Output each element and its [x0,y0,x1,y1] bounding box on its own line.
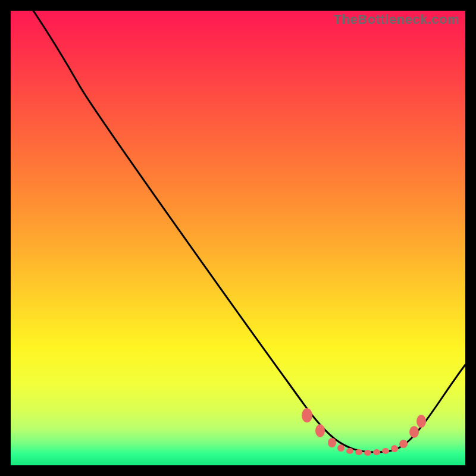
marker-point [373,449,380,455]
watermark-text: TheBottleneck.com [334,12,459,27]
marker-point [328,438,336,447]
bottleneck-curve [33,11,465,452]
plot-area: TheBottleneck.com [11,11,465,465]
marker-point [409,426,419,438]
marker-point [346,448,353,454]
marker-point [337,444,345,452]
curve-layer [11,11,465,465]
marker-point [302,408,312,422]
marker-point [355,449,362,455]
marker-point [382,448,389,454]
chart-frame: TheBottleneck.com [0,0,476,476]
marker-point [315,424,325,437]
marker-point [416,415,426,428]
marker-point [364,450,371,456]
marker-point [399,440,408,448]
marker-point [391,445,398,452]
marker-group [302,408,426,456]
